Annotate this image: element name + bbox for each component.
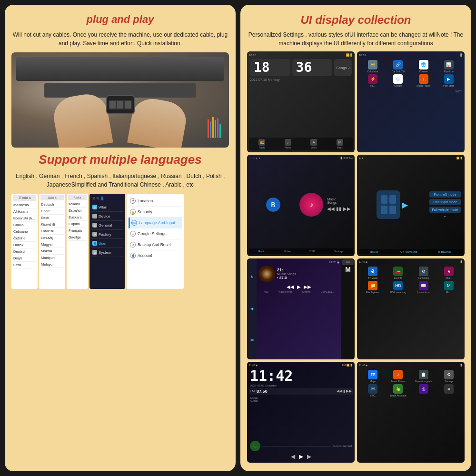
nav-music[interactable]: ♪Music (285, 139, 291, 149)
nav-icon-1[interactable]: ▲ (250, 274, 254, 278)
ui-cell-apps2: 11:42 ◉🔋 Ƀ BT Music 🚗 Car Info ⚙ (357, 258, 465, 359)
right-panel: UI display collection Personalized Setti… (240, 5, 471, 471)
balance-tab[interactable]: ◈ Balance (438, 250, 451, 253)
lang-col-2: Add a Deutsch Dogri Eesti Kiswahili Latv… (39, 194, 65, 289)
lang-desc: English , German , French , Spanish , It… (11, 172, 229, 189)
tab-radio-3[interactable]: Radio (258, 250, 265, 253)
app-musicplayer2[interactable]: ♪ Music Player (386, 370, 410, 383)
ui-cell-apps3: 11:42 ◉🔋 🗺 Maps ♪ Music Player 📋 (357, 362, 465, 463)
app-maps[interactable]: 🗺 Maps (361, 370, 385, 383)
app-musicplayer[interactable]: ♪ Music Player (412, 74, 436, 87)
ui-cell-bluetooth: □ ○ ◁ ◈ ★🔋 8:05 Tue Ƀ ♪ Music Songs ◀◀ ▮… (247, 155, 355, 256)
app-cho[interactable]: ★ Cho... (437, 267, 461, 279)
submenu-language-input[interactable]: ⌨ Language And Input (129, 218, 182, 228)
nav-radio[interactable]: 📻Radio (258, 139, 265, 149)
surround-tab[interactable]: ∿∿ Surround (400, 250, 417, 253)
app-fileexplorer[interactable]: 📁 File Explorer (361, 281, 385, 294)
app-opguide[interactable]: 📋 Operation guide (412, 370, 436, 383)
app-ma[interactable]: M Ma... (437, 281, 461, 294)
app-btmusic[interactable]: Ƀ BT Music (361, 267, 385, 279)
tab-chrome[interactable]: Chrome (302, 290, 311, 293)
lang-title: Support multiple languages (11, 152, 229, 167)
menu-general[interactable]: ⚙ General (91, 221, 123, 230)
app-chrome[interactable]: 🌐 Chrome (412, 60, 436, 73)
submenu-security[interactable]: 🔒 Security (129, 207, 182, 218)
install-photo (11, 52, 229, 148)
app-playstore[interactable]: ▶ Play Store (437, 74, 461, 87)
bluetooth-icon: Ƀ (266, 198, 280, 212)
app-equalizer[interactable]: 📊 Equalizer (437, 60, 461, 73)
app-calculator[interactable]: 🧮 Calculator (361, 60, 385, 73)
tab-navi[interactable]: Navi (264, 290, 268, 293)
cell-topbar-8: 11:42 ◉🔋 (359, 364, 463, 367)
menu-user[interactable]: 👤 User (91, 239, 123, 248)
ui-cell-music: ▲ ◀ ☰ 21:28 ◉ Navi 21: (247, 258, 355, 359)
plug-play-title: plug and play (11, 13, 229, 26)
nav-icon-3[interactable]: ☰ (250, 339, 254, 343)
app-extra2[interactable]: ≡ (437, 384, 461, 397)
nav-icon-2[interactable]: ◀ (250, 307, 253, 311)
ui-cell-clock: 18:36📶🔋 18 36 Songs ♪ 2022-07-18 M (247, 51, 355, 152)
dsp-tab[interactable]: ⊞ DSP (370, 250, 379, 253)
settings-submenu: 📍 Location 🔒 Security ⌨ Language And Inp… (127, 194, 184, 289)
bottom-tabs-3: Radio Video DSP Settings (249, 248, 353, 254)
prev-btn-7[interactable]: ◀ (291, 453, 295, 460)
play-btn-5[interactable]: ▶ (297, 284, 301, 289)
cell-topbar-3: □ ○ ◁ ◈ ★🔋 8:05 Tue (249, 157, 353, 159)
tab-dsp-5[interactable]: DSP Equal... (321, 290, 335, 293)
ui-cell-dsp: ◈ ★📶 🔋 (357, 155, 465, 256)
dsp-buttons: Front left mode Front right mode Full ve… (427, 161, 463, 248)
cell-topbar-4: ◈ ★📶 🔋 (359, 157, 463, 159)
app-google[interactable]: G Google (386, 74, 410, 87)
next-btn-7[interactable]: ▶ (307, 453, 311, 460)
app-touchassist[interactable]: 👆 Touch Assistant (386, 384, 410, 397)
app-hd2[interactable]: HD HD2 streaming (386, 281, 410, 294)
ui-collection-title: UI display collection (247, 13, 465, 27)
plug-play-desc: Will not cut any cables. Once you receiv… (11, 30, 229, 48)
ui-cell-apps: 18:39🔋 🧮 Calculator 🔗 Car Link 2.0 🌐 (357, 51, 465, 152)
lang-col-3: Add a Italiano Español Euskara Filipino … (67, 194, 88, 289)
app-fla[interactable]: ⚡ Fla... (361, 74, 385, 87)
app-carsetting[interactable]: ⚙ CarSetting (412, 267, 436, 279)
cell-topbar-6: 11:42 ◉🔋 (359, 260, 463, 263)
ui-cell-clock2: 11:42 ◉FM 📶 🔋 11:42 2023-01-07 Saturday … (247, 362, 355, 463)
menu-device[interactable]: Device (91, 212, 123, 221)
tab-video-5[interactable]: Video Player (278, 290, 292, 293)
ui-grid: 18:36📶🔋 18 36 Songs ♪ 2022-07-18 M (247, 51, 465, 463)
app-swc[interactable]: 🎮 SWC (361, 384, 385, 397)
tab-dsp-3[interactable]: DSP (309, 250, 315, 253)
cell-topbar-7: 11:42 ◉FM 📶 🔋 (249, 364, 353, 367)
app-extra1[interactable]: ◎ (412, 384, 436, 397)
app-settings2[interactable]: ⚙ Settings (437, 370, 461, 383)
cell-topbar-2: 18:39🔋 (359, 53, 463, 57)
menu-factory[interactable]: ✂ Factory (91, 230, 123, 239)
menu-system[interactable]: ⊕ System (91, 248, 123, 257)
submenu-backup[interactable]: ↺ Backup And Reset (129, 239, 182, 250)
dsp-full-vehicle[interactable]: Full vehicle mode (429, 207, 461, 213)
app-instructions[interactable]: 📖 Instructions (412, 281, 436, 294)
submenu-account[interactable]: 👤 Account (129, 250, 182, 261)
next-btn-5[interactable]: ▶▶ (304, 284, 311, 289)
menu-wlan[interactable]: ⌀ Wlan (91, 203, 123, 212)
submenu-google[interactable]: G Google Settings (129, 228, 182, 239)
cell-topbar-1: 18:36📶🔋 (249, 53, 353, 57)
submenu-location[interactable]: 📍 Location (129, 196, 182, 207)
settings-mockup: ☰ Add a Indonesia Afrikaans Bosanski (b.… (11, 194, 229, 289)
dsp-front-right[interactable]: Front right mode (429, 199, 461, 205)
app-carlink[interactable]: 🔗 Car Link 2.0 (386, 60, 410, 73)
nav-maps[interactable]: 🗺Maps (337, 139, 343, 149)
lang-col-1: ☰ Add a Indonesia Afrikaans Bosanski (b.… (11, 194, 38, 289)
tab-settings-3[interactable]: Settings (334, 250, 343, 253)
tab-video-3[interactable]: Video (284, 250, 291, 253)
bottom-nav-1: 📻Radio ♪Music ▶Video 🗺Maps (249, 138, 353, 150)
prev-btn-5[interactable]: ◀◀ (287, 284, 294, 289)
nav-video[interactable]: ▶Video (310, 139, 317, 149)
app-carinfo[interactable]: 🚗 Car Info (386, 267, 410, 279)
left-panel: plug and play Will not cut any cables. O… (5, 5, 236, 471)
ui-collection-desc: Personalized Settings , various styles o… (247, 30, 465, 48)
settings-menu: ☰ ⚙ 👤 ⌀ Wlan Device ⚙ General ✂ Factory (89, 194, 125, 289)
play-btn-7[interactable]: ▶ (299, 453, 303, 460)
dsp-front-left[interactable]: Front left mode (429, 191, 461, 198)
